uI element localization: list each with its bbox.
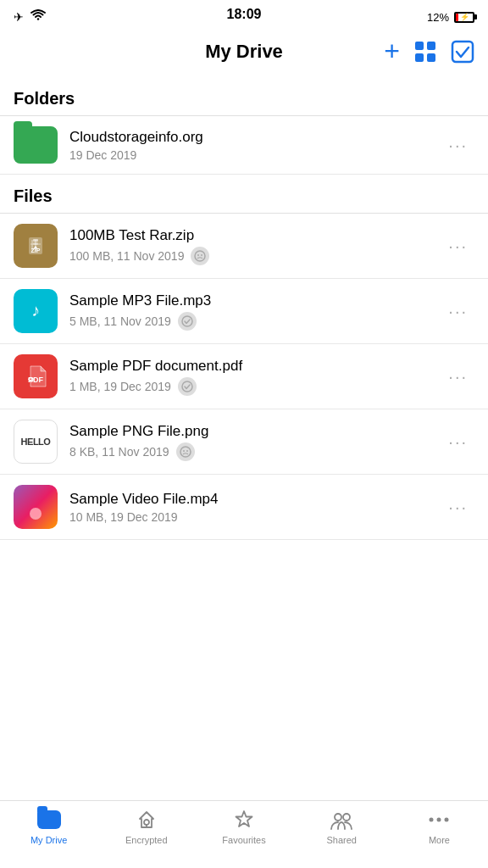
svg-point-19 xyxy=(180,447,191,457)
item-info: Sample PDF document.pdf 1 MB, 19 Dec 201… xyxy=(69,358,441,396)
svg-rect-3 xyxy=(427,53,435,62)
list-item[interactable]: Cloudstorageinfo.org 19 Dec 2019 ··· xyxy=(0,116,488,175)
svg-text:PDF: PDF xyxy=(28,376,44,384)
item-more-button[interactable]: ··· xyxy=(441,364,474,390)
tab-favourites-icon xyxy=(232,808,256,832)
wifi-icon xyxy=(30,9,46,25)
svg-point-16 xyxy=(182,316,192,326)
folders-section-header: Folders xyxy=(0,77,488,116)
svg-point-12 xyxy=(195,251,205,261)
svg-point-27 xyxy=(335,814,341,821)
mp3-icon: ♪ xyxy=(14,289,58,333)
item-meta: 8 KB, 11 Nov 2019 xyxy=(69,442,441,461)
item-info: Cloudstorageinfo.org 19 Dec 2019 xyxy=(69,129,441,162)
tab-encrypted-icon xyxy=(135,808,158,832)
item-name: 100MB Test Rar.zip xyxy=(69,227,441,244)
airplane-icon: ✈ xyxy=(14,10,24,24)
page-title: My Drive xyxy=(205,41,283,63)
item-more-button[interactable]: ··· xyxy=(441,298,474,325)
svg-point-13 xyxy=(197,254,199,256)
item-more-button[interactable]: ··· xyxy=(441,494,474,520)
svg-rect-1 xyxy=(427,42,435,50)
tab-more-label: More xyxy=(429,835,450,845)
status-right: 12% ⚡ xyxy=(427,11,474,24)
svg-point-20 xyxy=(183,450,185,452)
tab-encrypted-label: Encrypted xyxy=(125,835,168,845)
tab-my-drive-label: My Drive xyxy=(30,835,67,845)
header-actions: + xyxy=(384,36,474,67)
item-meta: 10 MB, 19 Dec 2019 xyxy=(69,510,441,524)
content-area: Folders Cloudstorageinfo.org 19 Dec 2019… xyxy=(0,77,488,801)
status-time: 18:09 xyxy=(227,7,262,22)
zip-icon: ZIP xyxy=(14,224,58,268)
item-meta: 5 MB, 11 Nov 2019 xyxy=(69,312,441,331)
item-more-button[interactable]: ··· xyxy=(441,429,474,455)
svg-point-31 xyxy=(445,818,449,822)
battery-percent: 12% xyxy=(427,11,449,24)
svg-point-23 xyxy=(31,509,40,517)
tab-bar: My Drive Encrypted Favourites xyxy=(0,800,488,868)
item-info: 100MB Test Rar.zip 100 MB, 11 Nov 2019 xyxy=(69,227,441,265)
item-name: Sample MP3 File.mp3 xyxy=(69,292,441,309)
status-bar: ✈ 18:09 12% ⚡ xyxy=(0,0,488,31)
battery-bolt-icon: ⚡ xyxy=(460,13,469,21)
select-button[interactable] xyxy=(451,40,474,64)
svg-point-29 xyxy=(430,818,434,822)
tab-shared[interactable]: Shared xyxy=(293,808,391,845)
png-hello-text: HELLO xyxy=(21,437,51,447)
status-icon-check xyxy=(178,312,197,331)
add-button[interactable]: + xyxy=(384,36,400,67)
list-item[interactable]: ZIP 100MB Test Rar.zip 100 MB, 11 Nov 20… xyxy=(0,214,488,279)
item-info: Sample Video File.mp4 10 MB, 19 Dec 2019 xyxy=(69,491,441,524)
tab-favourites[interactable]: Favourites xyxy=(195,808,292,845)
item-name: Sample Video File.mp4 xyxy=(69,491,441,508)
header: My Drive + xyxy=(0,31,488,77)
status-icon-face xyxy=(191,247,209,265)
status-icon-face xyxy=(176,442,195,461)
svg-rect-2 xyxy=(415,53,424,62)
svg-point-18 xyxy=(182,381,192,392)
tab-shared-icon xyxy=(330,808,353,832)
item-name: Sample PNG File.png xyxy=(69,423,441,440)
list-item[interactable]: ♪ Sample MP3 File.mp3 5 MB, 11 Nov 2019 … xyxy=(0,279,488,344)
list-item[interactable]: Sample Video File.mp4 10 MB, 19 Dec 2019… xyxy=(0,475,488,540)
svg-point-21 xyxy=(186,450,188,452)
item-more-button[interactable]: ··· xyxy=(441,132,474,159)
item-meta: 19 Dec 2019 xyxy=(69,148,441,162)
grid-view-button[interactable] xyxy=(413,40,437,64)
item-meta: 100 MB, 11 Nov 2019 xyxy=(69,247,441,265)
item-info: Sample MP3 File.mp3 5 MB, 11 Nov 2019 xyxy=(69,292,441,331)
tab-favourites-label: Favourites xyxy=(222,835,265,845)
item-info: Sample PNG File.png 8 KB, 11 Nov 2019 xyxy=(69,423,441,461)
folder-icon xyxy=(14,126,58,164)
video-icon xyxy=(14,485,58,529)
battery-icon: ⚡ xyxy=(454,12,474,23)
files-section-header: Files xyxy=(0,175,488,214)
svg-point-28 xyxy=(343,814,350,821)
tab-shared-label: Shared xyxy=(326,835,356,845)
pdf-icon: PDF xyxy=(14,354,58,398)
svg-rect-4 xyxy=(452,42,473,62)
tab-more-icon xyxy=(427,808,451,832)
svg-point-24 xyxy=(144,820,149,825)
item-name: Cloudstorageinfo.org xyxy=(69,129,441,146)
status-left: ✈ xyxy=(14,9,46,25)
svg-text:♪: ♪ xyxy=(31,301,40,320)
list-item[interactable]: HELLO Sample PNG File.png 8 KB, 11 Nov 2… xyxy=(0,409,488,475)
svg-point-30 xyxy=(437,818,441,822)
tab-encrypted[interactable]: Encrypted xyxy=(97,808,195,845)
png-icon: HELLO xyxy=(14,420,58,464)
tab-my-drive-icon xyxy=(37,808,61,832)
svg-rect-0 xyxy=(415,42,424,50)
list-item[interactable]: PDF Sample PDF document.pdf 1 MB, 19 Dec… xyxy=(0,344,488,409)
video-thumbnail xyxy=(14,485,58,529)
item-meta: 1 MB, 19 Dec 2019 xyxy=(69,377,441,396)
item-more-button[interactable]: ··· xyxy=(441,233,474,259)
tab-my-drive[interactable]: My Drive xyxy=(0,808,97,845)
item-name: Sample PDF document.pdf xyxy=(69,358,441,375)
tab-folder-icon xyxy=(37,810,61,829)
svg-point-14 xyxy=(201,254,202,256)
tab-more[interactable]: More xyxy=(391,808,488,845)
svg-marker-26 xyxy=(236,811,252,826)
battery-fill xyxy=(456,14,458,21)
